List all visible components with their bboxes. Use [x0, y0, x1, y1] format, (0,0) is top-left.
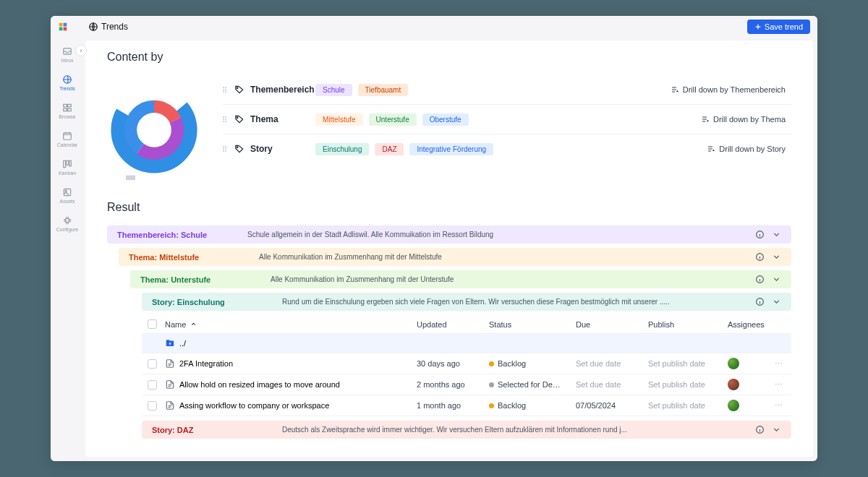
app-logo-icon — [58, 22, 68, 32]
content-by-heading: Content by — [107, 51, 791, 64]
sidebar-collapse-button[interactable]: › — [75, 45, 87, 56]
sidebar-item-trends[interactable]: Trends — [53, 70, 82, 95]
row-publish[interactable]: Set publish date — [648, 380, 728, 389]
table-row[interactable]: Allow hold on resized images to move aro… — [142, 374, 791, 395]
plus-icon — [754, 23, 762, 30]
row-due[interactable]: Set due date — [576, 380, 648, 389]
row-due[interactable]: 07/05/2024 — [576, 401, 648, 410]
drill-down-button[interactable]: Drill down by Story — [701, 142, 791, 156]
filter-chip[interactable]: Schule — [315, 84, 352, 96]
group-title: Story: Einschulung — [152, 298, 282, 306]
document-icon — [165, 379, 175, 390]
result-group-header[interactable]: Themenbereich: Schule Schule allgemein i… — [107, 225, 791, 244]
info-icon[interactable] — [755, 230, 765, 239]
svg-point-25 — [237, 147, 238, 148]
filter-chip[interactable]: Tiefbauamt — [358, 84, 409, 96]
row-publish[interactable]: Set publish date — [648, 401, 728, 410]
drag-handle-icon[interactable] — [223, 116, 230, 122]
row-name: Assing workflow to company or workspace — [179, 401, 329, 410]
result-group-header[interactable]: Thema: Mittelstufe Alle Kommunikation im… — [119, 248, 791, 266]
svg-rect-7 — [64, 104, 67, 107]
assignee-avatar[interactable] — [728, 400, 739, 411]
table-header-row: Name Updated Status Due Publish Assignee… — [142, 315, 791, 334]
group-description: Deutsch als Zweitsprache wird immer wich… — [282, 426, 755, 434]
svg-point-16 — [65, 190, 67, 192]
sidebar-item-assets[interactable]: Assets — [53, 183, 82, 208]
column-header-updated[interactable]: Updated — [417, 320, 489, 329]
status-dot-icon — [489, 403, 494, 408]
tag-icon — [234, 144, 244, 154]
column-header-assignees[interactable]: Assignees — [728, 320, 771, 329]
row-menu-button[interactable]: ⋯ — [771, 380, 786, 390]
group-description: Alle Kommunikation im Zusmmenhang mit de… — [271, 275, 755, 283]
row-menu-button[interactable]: ⋯ — [771, 401, 786, 411]
chevron-down-icon[interactable] — [772, 425, 781, 434]
sort-asc-icon — [190, 321, 197, 327]
row-menu-button[interactable]: ⋯ — [771, 359, 786, 369]
drag-handle-icon[interactable] — [223, 87, 230, 93]
row-checkbox[interactable] — [148, 359, 157, 369]
filter-chip[interactable]: Einschulung — [315, 143, 369, 155]
chevron-down-icon[interactable] — [772, 275, 781, 284]
info-icon[interactable] — [755, 252, 765, 262]
assignee-avatar[interactable] — [728, 358, 739, 369]
page-title: Trends — [101, 22, 128, 32]
result-group-header[interactable]: Story: Einschulung Rund um die Einschulu… — [142, 293, 791, 311]
assignee-avatar[interactable] — [728, 379, 739, 390]
inbox-icon — [62, 46, 72, 56]
group-title: Thema: Unterstufe — [140, 275, 271, 284]
table-row[interactable]: 2FA Integration 30 days ago Backlog Set … — [142, 353, 791, 374]
dimension-name: Story — [250, 144, 315, 154]
row-status: Backlog — [498, 359, 526, 368]
row-updated: 30 days ago — [417, 359, 489, 368]
sidebar-item-calendar[interactable]: Calendar — [53, 126, 82, 152]
chevron-down-icon[interactable] — [772, 230, 781, 239]
svg-rect-10 — [68, 108, 72, 111]
row-checkbox[interactable] — [148, 380, 157, 390]
column-header-publish[interactable]: Publish — [648, 320, 728, 329]
filter-chip[interactable]: Mittelstufe — [315, 113, 363, 126]
table-row[interactable]: Assing workflow to company or workspace … — [142, 395, 791, 416]
info-icon[interactable] — [755, 425, 765, 434]
sidebar-item-kanban[interactable]: Kanban — [53, 155, 82, 180]
sidebar-item-browse[interactable]: Browse — [53, 98, 82, 124]
drill-icon — [701, 115, 710, 124]
svg-rect-17 — [66, 219, 69, 223]
svg-rect-2 — [59, 27, 63, 31]
info-icon[interactable] — [755, 297, 765, 306]
dimension-name: Thema — [250, 114, 315, 124]
dimension-row: Story EinschulungDAZIntegrative Förderun… — [223, 134, 791, 163]
row-status: Selected for De… — [498, 380, 561, 389]
row-publish[interactable]: Set publish date — [648, 359, 728, 368]
kanban-icon — [62, 159, 72, 169]
result-group-header[interactable]: Story: DAZ Deutsch als Zweitsprache wird… — [142, 421, 791, 439]
filter-chip[interactable]: DAZ — [375, 143, 404, 155]
result-group-header[interactable]: Thema: Unterstufe Alle Kommunikation im … — [130, 270, 791, 288]
row-name: 2FA Integration — [179, 359, 233, 368]
filter-chip[interactable]: Unterstufe — [369, 113, 417, 126]
group-title: Story: DAZ — [152, 426, 282, 434]
drill-down-button[interactable]: Drill down by Themenbereich — [665, 82, 791, 97]
filter-chip[interactable]: Oberstufe — [422, 113, 469, 126]
row-checkbox[interactable] — [148, 401, 157, 411]
column-header-due[interactable]: Due — [576, 320, 648, 329]
status-dot-icon — [489, 382, 494, 387]
row-due[interactable]: Set due date — [576, 359, 648, 368]
svg-rect-11 — [64, 133, 72, 139]
column-header-status[interactable]: Status — [489, 320, 576, 329]
topbar: Trends Save trend — [51, 16, 817, 38]
select-all-checkbox[interactable] — [148, 319, 157, 329]
save-trend-button[interactable]: Save trend — [747, 20, 810, 34]
chevron-down-icon[interactable] — [772, 252, 781, 262]
sidebar-item-configure[interactable]: Configure — [53, 211, 82, 236]
group-description: Alle Kommunikation im Zusmmenhang mit de… — [259, 253, 755, 261]
parent-folder-row[interactable]: ../ — [142, 334, 791, 353]
content-table: Name Updated Status Due Publish Assignee… — [142, 315, 791, 416]
info-icon[interactable] — [755, 275, 765, 284]
chevron-down-icon[interactable] — [772, 297, 781, 306]
filter-chip[interactable]: Integrative Förderung — [409, 143, 493, 155]
svg-rect-13 — [67, 160, 69, 165]
column-header-name[interactable]: Name — [165, 320, 417, 329]
drag-handle-icon[interactable] — [223, 146, 230, 152]
drill-down-button[interactable]: Drill down by Thema — [695, 112, 791, 126]
